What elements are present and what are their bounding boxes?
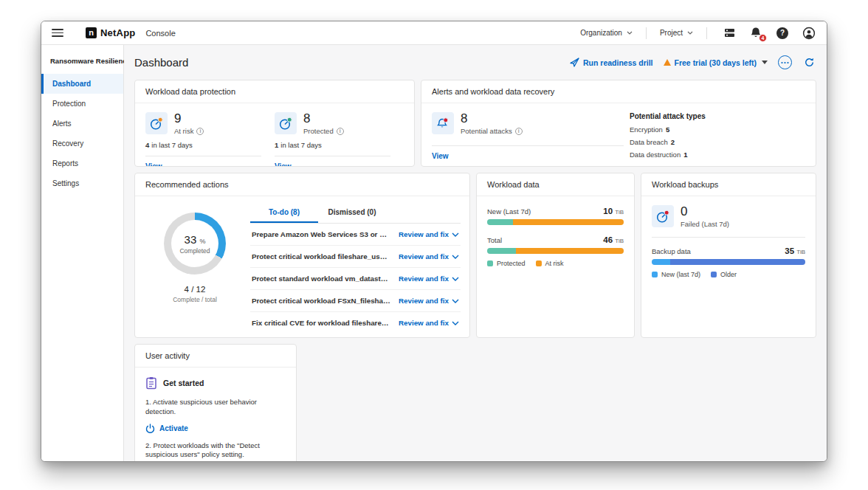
chevron-down-icon [687,31,693,35]
review-and-fix-link[interactable]: Review and fix [399,275,459,283]
tab-dismissed[interactable]: Dismissed (0) [318,204,386,223]
step-2-text: 2. Protect workloads with the "Detect su… [145,441,286,460]
action-text: Prepare Amazon Web Services S3 or Storag… [252,230,399,238]
bar-label: Backup data [652,247,691,255]
action-row: Protect standard workload vm_datastore_u… [250,268,461,290]
card-title: Workload backups [641,173,816,196]
divider [646,27,647,39]
sidebar-item-protection[interactable]: Protection [41,94,123,114]
sidebar-item-reports[interactable]: Reports [41,153,123,173]
action-row: Protect critical workload fileshare_uswe… [250,246,461,268]
ellipsis-icon [781,61,789,64]
netapp-logo: NetApp [86,27,135,38]
power-icon [145,424,155,433]
step-1-text: 1. Activate suspicious user behavior det… [145,398,286,417]
protected-count: 8 [303,112,344,125]
attack-type-row: Data destruction1 [630,151,706,159]
app-window: NetApp Console Organization Project [41,21,827,462]
review-and-fix-link[interactable]: Review and fix [399,230,459,238]
connector-icon[interactable] [722,26,737,41]
sidebar-item-dashboard[interactable]: Dashboard [41,74,123,94]
free-trial-dropdown[interactable]: Free trial (30 days left) [664,58,768,67]
card-title: User activity [135,345,296,368]
hamburger-menu-icon[interactable] [52,29,63,37]
get-started-label: Get started [163,379,204,387]
workload-data-card: Workload data New (Last 7d) 10 TiB [476,173,635,338]
workload-protected-icon [275,112,297,134]
view-at-risk-link[interactable]: View [145,162,162,167]
brand-name: NetApp [100,27,135,38]
divider [706,27,707,39]
protected-stat: 8 Protected 1in last 7 days View [275,112,404,167]
bar-label: Total [487,236,502,244]
chevron-down-icon [452,232,459,237]
action-row: Prepare Amazon Web Services S3 or Storag… [250,224,461,246]
get-started-clipboard-icon [145,376,157,390]
workload-at-risk-icon [145,112,168,134]
project-dropdown[interactable]: Project [655,29,698,37]
view-protected-link[interactable]: View [275,162,292,167]
help-icon[interactable] [775,26,790,41]
total-data-bar [487,248,624,254]
action-text: Fix critical CVE for workload fileshare_… [252,319,399,327]
chevron-down-icon [627,31,633,35]
bar-value: 10 TiB [603,207,624,215]
refresh-icon [804,57,815,68]
chevron-down-icon [452,255,459,259]
refresh-button[interactable] [802,55,816,69]
page-title: Dashboard [134,56,188,69]
tab-todo[interactable]: To-do (8) [250,204,318,223]
alerts-recovery-card: Alerts and workload data recovery [421,80,816,167]
action-text: Protect standard workload vm_datastore_u… [252,275,399,283]
card-title: Recommended actions [135,173,469,196]
completion-ratio: 4 / 12 [185,285,206,294]
user-activity-card: User activity Get started [134,344,297,462]
notification-badge: 4 [759,34,767,42]
warning-icon [664,59,671,66]
at-risk-delta: 4in last 7 days [145,141,261,149]
sidebar-item-recovery[interactable]: Recovery [41,134,123,153]
organization-dropdown[interactable]: Organization [576,29,637,37]
potential-attacks-icon [432,112,454,134]
account-icon[interactable] [802,26,816,41]
failed-backups-icon [652,205,674,227]
activate-button[interactable]: Activate [145,424,286,433]
sidebar-item-settings[interactable]: Settings [41,173,123,193]
info-icon[interactable] [196,128,204,135]
review-and-fix-link[interactable]: Review and fix [399,252,459,260]
card-title: Alerts and workload data recovery [421,80,816,103]
workload-data-protection-card: Workload data protection [134,80,415,167]
info-icon[interactable] [515,128,523,135]
view-attacks-link[interactable]: View [432,152,449,160]
workload-backups-legend: New (last 7d) Older [652,271,805,278]
organization-label: Organization [580,29,622,37]
sidebar-title: Ransomware Resilience [41,54,123,74]
failed-backups-count: 0 [681,205,729,218]
sidebar-item-alerts[interactable]: Alerts [41,114,123,134]
completion-percent: 33 [185,233,197,246]
run-readiness-drill-button[interactable]: Run readiness drill [570,58,653,67]
bar-label: New (Last 7d) [487,207,531,215]
card-title: Workload data [477,173,634,196]
main-content: Dashboard Run readiness drill Free trial… [124,45,827,462]
action-row: Protect critical workload FSxN_fileshare… [250,290,461,312]
at-risk-stat: 9 At risk 4in last 7 days View [145,112,275,167]
card-title: Workload data protection [135,80,414,103]
notifications-bell-icon[interactable]: 4 [748,26,763,41]
protected-delta: 1in last 7 days [275,141,390,149]
attack-type-row: Data breach2 [630,138,706,146]
info-icon[interactable] [337,128,344,135]
sidebar: Ransomware Resilience Dashboard Protecti… [41,45,124,462]
completion-donut: 33 % Completed [164,213,226,275]
workload-data-legend: Protected At risk [487,260,624,267]
review-and-fix-link[interactable]: Review and fix [399,297,459,305]
drill-icon [570,58,579,67]
caret-down-icon [762,61,768,64]
action-text: Protect critical workload FSxN_fileshare… [252,297,399,305]
workload-backups-card: Workload backups [641,173,816,338]
review-and-fix-link[interactable]: Review and fix [399,319,459,327]
product-name: Console [145,29,175,38]
bar-value: 46 TiB [603,235,624,244]
more-options-button[interactable] [778,55,792,69]
at-risk-count: 9 [174,112,204,125]
